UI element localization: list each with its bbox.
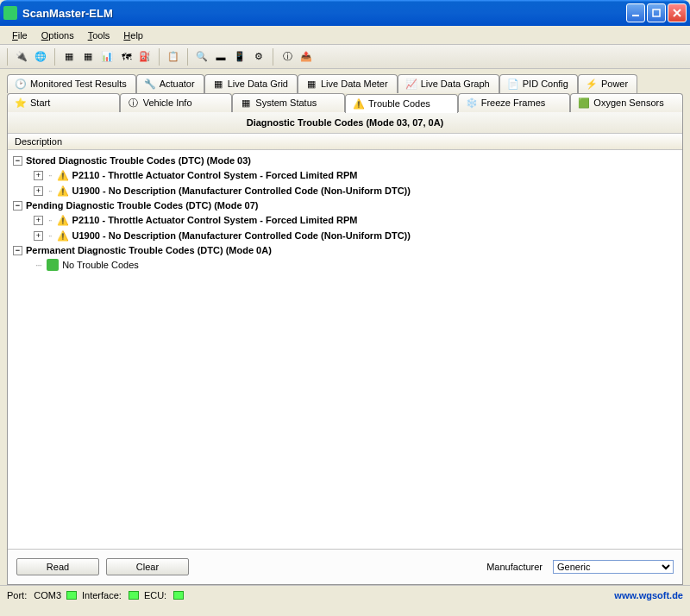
collapse-icon[interactable]: −	[13, 246, 22, 255]
status-bar: Port: COM3 Interface: ECU: www.wgsoft.de	[0, 585, 690, 604]
tabs-container: 🕑Monitored Test Results 🔧Actuator ▦Live …	[0, 69, 690, 112]
clipboard-button[interactable]: 📋	[165, 48, 182, 66]
tab-label: Oxygen Sensors	[593, 97, 663, 108]
warning-icon: ⚠️	[353, 97, 365, 110]
info-icon: ⓘ	[283, 50, 292, 63]
globe-button[interactable]: 🌐	[32, 48, 49, 66]
info-icon: ⓘ	[128, 97, 140, 109]
tree-group-label: Permanent Diagnostic Trouble Codes (DTC)…	[26, 245, 272, 255]
clear-button[interactable]: Clear	[106, 558, 189, 575]
terminal-button[interactable]: ▬	[212, 48, 229, 66]
info-button[interactable]: ⓘ	[279, 48, 296, 66]
gauge-icon: 🕑	[15, 78, 27, 90]
tree-connector: ··	[48, 231, 52, 241]
exit-button[interactable]: 📤	[298, 48, 315, 66]
tab-label: Live Data Grid	[228, 79, 288, 89]
tree-item[interactable]: + ·· ⚠️ U1900 - No Description (Manufact…	[34, 183, 677, 198]
tab-oxygen-sensors[interactable]: 🟩Oxygen Sensors	[570, 93, 683, 112]
main-panel: Diagnostic Trouble Codes (Mode 03, 07, 0…	[7, 112, 683, 585]
snowflake-icon: ❄️	[466, 97, 478, 109]
collapse-icon[interactable]: −	[13, 156, 22, 166]
chart-button[interactable]: 📊	[98, 48, 116, 66]
manufacturer-label: Manufacturer	[486, 562, 543, 572]
svg-rect-0	[632, 15, 639, 16]
actuator-icon: 🔧	[144, 78, 156, 90]
menu-options[interactable]: Options	[34, 28, 81, 42]
gear-button[interactable]: ⚙	[250, 48, 267, 66]
tab-live-data-grid[interactable]: ▦Live Data Grid	[204, 74, 298, 93]
tree-item-label: P2110 - Throttle Actuator Control System…	[72, 170, 358, 180]
device-icon: 📱	[234, 51, 246, 62]
dtc-tree[interactable]: − Stored Diagnostic Trouble Codes (DTC) …	[8, 150, 682, 549]
clipboard-icon: 📋	[167, 51, 179, 62]
window-buttons	[626, 3, 687, 22]
tab-trouble-codes[interactable]: ⚠️Trouble Codes	[345, 94, 458, 113]
graph-icon: 📈	[405, 78, 417, 90]
tab-label: System Status	[255, 97, 317, 108]
close-button[interactable]	[668, 3, 687, 22]
collapse-icon[interactable]: −	[13, 201, 22, 211]
tree-group-label: Pending Diagnostic Trouble Codes (DTC) (…	[26, 200, 259, 211]
toolbar: 🔌 🌐 ▦ ▦ 📊 🗺 ⛽ 📋 🔍 ▬ 📱 ⚙ ⓘ 📤	[0, 45, 690, 69]
grid-icon: ▦	[212, 78, 224, 90]
menu-file[interactable]: File	[5, 28, 34, 42]
config-icon: 📄	[507, 78, 519, 90]
map-button[interactable]: 🗺	[117, 48, 135, 66]
tab-actuator[interactable]: 🔧Actuator	[136, 74, 204, 93]
tree-item[interactable]: + ·· ⚠️ P2110 - Throttle Actuator Contro…	[34, 212, 677, 228]
fuel-icon: ⛽	[139, 51, 151, 62]
svg-rect-1	[653, 9, 660, 16]
tree-item[interactable]: ···· No Trouble Codes	[34, 257, 677, 273]
tab-live-data-graph[interactable]: 📈Live Data Graph	[398, 74, 499, 93]
search-button[interactable]: 🔍	[193, 48, 210, 66]
warning-icon: ⚠️	[57, 169, 69, 181]
tab-label: Live Data Meter	[321, 79, 388, 89]
menu-help[interactable]: Help	[116, 28, 150, 42]
tree-group-permanent[interactable]: − Permanent Diagnostic Trouble Codes (DT…	[13, 243, 677, 257]
window-title: ScanMaster-ELM	[22, 7, 626, 20]
connect-button[interactable]: 🔌	[13, 48, 30, 66]
tab-live-data-meter[interactable]: ▦Live Data Meter	[298, 74, 398, 93]
tab-label: Live Data Graph	[421, 79, 490, 89]
tab-start[interactable]: ⭐Start	[7, 93, 120, 112]
grid-icon: ▦	[84, 51, 92, 62]
ok-icon	[47, 259, 59, 271]
plug-icon: 🔌	[16, 51, 28, 62]
tab-freeze-frames[interactable]: ❄️Freeze Frames	[458, 93, 571, 112]
grid1-button[interactable]: ▦	[60, 48, 78, 66]
expand-icon[interactable]: +	[34, 231, 43, 241]
tab-row-upper: 🕑Monitored Test Results 🔧Actuator ▦Live …	[7, 74, 683, 93]
status-interface-label: Interface:	[82, 590, 122, 600]
app-icon	[3, 6, 17, 20]
tree-item[interactable]: + ·· ⚠️ U1900 - No Description (Manufact…	[34, 228, 677, 243]
read-button[interactable]: Read	[16, 558, 99, 575]
maximize-button[interactable]	[647, 3, 666, 22]
terminal-icon: ▬	[216, 52, 226, 62]
grid2-button[interactable]: ▦	[79, 48, 97, 66]
tree-group-stored[interactable]: − Stored Diagnostic Trouble Codes (DTC) …	[13, 154, 677, 167]
minimize-button[interactable]	[626, 3, 645, 22]
expand-icon[interactable]: +	[34, 186, 43, 196]
tab-label: Start	[30, 97, 50, 108]
tab-monitored-test-results[interactable]: 🕑Monitored Test Results	[7, 74, 136, 93]
fuel-button[interactable]: ⛽	[136, 48, 154, 66]
globe-icon: 🌐	[34, 51, 47, 62]
toolbar-separator	[187, 48, 188, 66]
tree-item[interactable]: + ·· ⚠️ P2110 - Throttle Actuator Contro…	[34, 167, 677, 183]
tab-pid-config[interactable]: 📄PID Config	[499, 74, 578, 93]
expand-icon[interactable]: +	[34, 216, 43, 225]
tab-power[interactable]: ⚡Power	[578, 74, 637, 93]
map-icon: 🗺	[122, 52, 131, 62]
menu-bar: File Options Tools Help	[0, 26, 690, 45]
menu-tools[interactable]: Tools	[81, 28, 117, 42]
expand-icon[interactable]: +	[34, 171, 43, 180]
maximize-icon	[652, 9, 661, 17]
status-url[interactable]: www.wgsoft.de	[614, 590, 683, 600]
device-button[interactable]: 📱	[231, 48, 248, 66]
tab-system-status[interactable]: ▦System Status	[232, 93, 345, 112]
column-header-description[interactable]: Description	[8, 134, 682, 150]
manufacturer-select[interactable]: Generic	[553, 560, 674, 574]
tree-group-pending[interactable]: − Pending Diagnostic Trouble Codes (DTC)…	[13, 198, 677, 212]
tab-vehicle-info[interactable]: ⓘVehicle Info	[120, 93, 233, 112]
tab-label: Monitored Test Results	[30, 79, 127, 89]
